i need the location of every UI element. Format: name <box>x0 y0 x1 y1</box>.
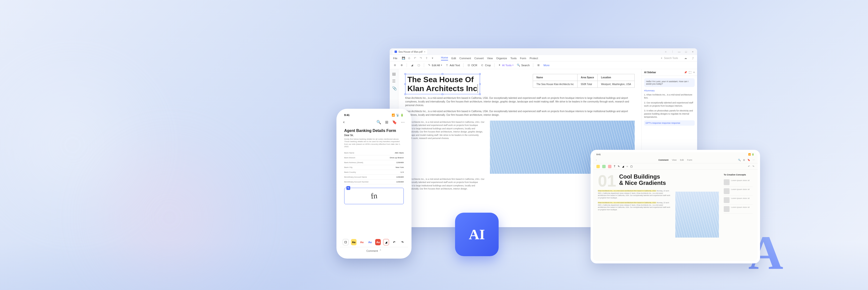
document-title-selection[interactable]: The Sea House Of Klan Architects Inc <box>405 74 480 94</box>
menu-edit[interactable]: Edit <box>452 57 456 60</box>
tab-edit[interactable]: Edit <box>680 159 684 161</box>
menu-view[interactable]: View <box>487 57 493 60</box>
tab-form[interactable]: Form <box>687 159 692 161</box>
maximize-icon[interactable]: □ <box>684 50 687 53</box>
color-yellow[interactable] <box>596 165 600 168</box>
phone-document[interactable]: Agent Banking Details Form Dear Sir, Kin… <box>340 126 408 237</box>
notification-icon[interactable]: ○ <box>664 50 667 53</box>
ocr-button[interactable]: ⊡OCR <box>467 64 477 67</box>
menu-tools[interactable]: Tools <box>510 57 517 60</box>
edit-all-button[interactable]: ✎Edit All▾ <box>428 64 442 67</box>
format-style-4[interactable]: Aa <box>375 239 381 245</box>
checkbox-icon[interactable]: ☐ <box>343 239 348 245</box>
share-icon[interactable]: ⤴ <box>692 57 694 60</box>
more-icon[interactable]: ⋯ <box>752 159 755 161</box>
document-tab[interactable]: Sea House of Man.pdf × <box>393 49 427 54</box>
kebab-icon[interactable]: ⋮ <box>671 50 674 53</box>
form-field-row[interactable]: Beneficiary Account Name1206489 <box>344 175 404 180</box>
tablet-document[interactable]: 01 Cool Buildings& Nice Gradients Khan A… <box>598 174 719 257</box>
form-field-row[interactable]: Beneficiary Account Number1206489 <box>344 180 404 184</box>
format-style-2[interactable]: Aa <box>359 239 365 245</box>
highlight-icon[interactable]: ◢ <box>383 239 389 245</box>
expand-icon[interactable]: ⛶ <box>689 71 691 74</box>
menu-protect[interactable]: Protect <box>530 57 538 60</box>
add-text-button[interactable]: TAdd Text <box>445 64 460 67</box>
highlight-tool-icon[interactable]: ◢ <box>622 165 624 168</box>
bookmark-icon[interactable]: 🔖 <box>747 159 750 161</box>
close-tab-icon[interactable]: × <box>424 50 426 53</box>
ai-app-badge: AI <box>455 213 499 256</box>
color-pink[interactable] <box>608 165 612 168</box>
color-green[interactable] <box>602 165 606 168</box>
ai-response-more[interactable]: GPT's response response response <box>644 120 695 126</box>
concept-item[interactable]: Lorem ipsum dolor sit <box>724 178 753 187</box>
undo-icon[interactable]: ↶ <box>392 239 397 245</box>
form-field-row[interactable]: Bank BranchDrive-up Branch <box>344 155 404 160</box>
redo-icon[interactable]: ↷ <box>752 165 754 168</box>
attachments-icon[interactable]: 📎 <box>392 86 396 90</box>
text-tool-icon[interactable]: T <box>614 165 615 168</box>
menu-home[interactable]: Home <box>441 56 448 61</box>
comment-bar[interactable]: Comment ⌃ <box>340 247 408 254</box>
note-icon[interactable]: ▢ <box>630 165 632 168</box>
format-style-1[interactable]: Aa <box>351 239 356 245</box>
undo-icon[interactable]: ↶ <box>748 165 750 168</box>
grid-icon[interactable]: ⊞ <box>385 120 388 124</box>
more-button[interactable]: More <box>544 64 550 67</box>
close-panel-icon[interactable]: × <box>693 71 695 74</box>
redo-icon[interactable]: ↷ <box>400 239 405 245</box>
grid-icon[interactable]: ⊞ <box>743 159 745 161</box>
form-field-row[interactable]: Bank NameABC Bank <box>344 151 404 155</box>
tab-view[interactable]: View <box>672 159 677 161</box>
dropdown-icon[interactable]: ▾ <box>431 57 434 60</box>
tablet-back-icon[interactable]: ‹ <box>596 159 597 161</box>
shapes-icon[interactable]: ○ <box>626 165 628 168</box>
zoom-out-icon[interactable]: ⊖ <box>393 64 397 67</box>
shape-icon[interactable]: ▢ <box>417 64 421 67</box>
ai-summary-tag[interactable]: #Summary <box>644 89 695 92</box>
bookmarks-icon[interactable]: ☰ <box>392 79 396 83</box>
phone-status-bar: 9:41 📶 📡 🔋 <box>340 112 408 118</box>
tab-comment[interactable]: Comment <box>658 159 669 161</box>
thumbnails-icon[interactable]: ▤ <box>392 72 396 75</box>
menu-form[interactable]: Form <box>520 57 526 60</box>
sparkle-icon: ✦ <box>660 57 662 60</box>
concept-item[interactable]: Lorem ipsum dolor sit <box>724 196 753 205</box>
concept-item[interactable]: Lorem ipsum dolor sit <box>724 187 753 196</box>
undo-icon[interactable]: ↶ <box>413 57 417 60</box>
print-icon[interactable]: ⎙ <box>408 57 411 60</box>
save-icon[interactable]: 💾 <box>402 57 405 60</box>
redo-icon[interactable]: ↷ <box>419 57 423 60</box>
ai-tools-button[interactable]: ✦AI Tools▾ <box>498 64 514 67</box>
form-field-row[interactable]: Bank Address (Street)1206489 <box>344 160 404 165</box>
zoom-in-icon[interactable]: ⊕ <box>400 64 403 67</box>
cloud-icon[interactable]: ☁ <box>684 57 687 60</box>
back-icon[interactable]: ‹ <box>343 120 344 124</box>
minimize-icon[interactable]: — <box>678 50 681 53</box>
close-window-icon[interactable]: × <box>691 50 694 53</box>
bookmark-icon[interactable]: 🔖 <box>392 120 397 124</box>
pen-tool-icon[interactable]: ✎ <box>618 165 620 168</box>
menubar: File 💾 ⎙ ↶ ↷ ⇪ ▾ Home Edit Comment Conve… <box>390 55 697 61</box>
more-icon[interactable]: ⋯ <box>401 120 405 124</box>
highlighter-icon[interactable]: ◢ <box>410 64 414 67</box>
crop-button[interactable]: ⊏Crop <box>481 64 491 67</box>
table-cell: The Sea House Klan Architects Inc <box>533 81 578 88</box>
grid-icon[interactable]: ⊞ <box>537 64 540 67</box>
signature-field[interactable]: ✎ fn <box>344 188 404 204</box>
menu-comment[interactable]: Comment <box>459 57 471 60</box>
concept-item[interactable]: Lorem ipsum dolor sit <box>724 205 753 214</box>
menu-convert[interactable]: Convert <box>474 57 484 60</box>
format-style-3[interactable]: Aa <box>367 239 373 245</box>
pin-icon[interactable]: 📌 <box>684 71 687 74</box>
form-field-row[interactable]: Bank CityNew York <box>344 165 404 170</box>
search-icon[interactable]: 🔍 <box>738 159 741 161</box>
menu-organize[interactable]: Organize <box>496 57 507 60</box>
export-icon[interactable]: ⇪ <box>425 57 428 60</box>
menu-file[interactable]: File <box>393 57 398 60</box>
wifi-icon: 📡 <box>396 114 399 117</box>
search-button[interactable]: 🔍Search <box>517 64 530 67</box>
form-field-row[interactable]: Bank CountryU.S <box>344 170 404 175</box>
search-icon[interactable]: 🔍 <box>376 120 381 124</box>
search-tools-input[interactable]: Search Tools <box>664 57 678 60</box>
